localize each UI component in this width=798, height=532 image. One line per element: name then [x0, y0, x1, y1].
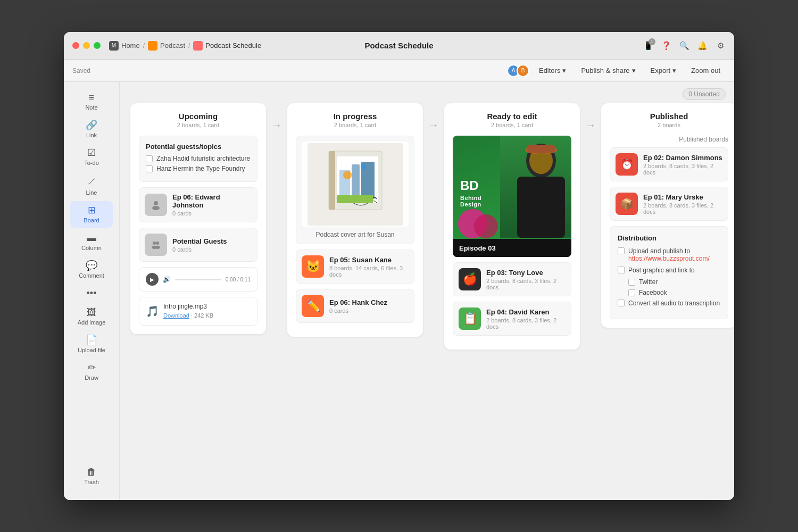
ep01-mary-icon: 📦 [616, 193, 638, 215]
podcast-icon [148, 41, 157, 51]
breadcrumb-schedule[interactable]: Podcast Schedule [193, 41, 261, 51]
zoom-out-button[interactable]: Zoom out [686, 64, 726, 77]
dist-checkbox-facebook[interactable] [628, 289, 635, 296]
editors-button[interactable]: Editors ▾ [534, 64, 571, 77]
card-ep01-mary[interactable]: 📦 Ep 01: Mary Urske 2 boards, 8 cards, 3… [610, 187, 728, 221]
breadcrumb-home[interactable]: M Home [109, 41, 140, 51]
progress-bar[interactable] [175, 279, 221, 280]
unsorted-badge[interactable]: 0 Unsorted [683, 88, 726, 100]
ep06-hank-icon: ✏️ [302, 295, 324, 317]
col-ready-title: Ready to edit [453, 112, 571, 121]
dist-checkbox-post[interactable] [618, 267, 625, 273]
file-download-link[interactable]: Download [163, 312, 189, 319]
sidebar-item-upload-file[interactable]: 📄 Upload file [70, 331, 113, 358]
sidebar-trash-label: Trash [84, 479, 99, 485]
file-music-icon: 🎵 [146, 305, 159, 318]
checklist-item-1[interactable]: Zaha Hadid futuristic architecture [146, 155, 251, 162]
dist-checkbox-upload[interactable] [618, 247, 625, 254]
card-ep06-hank[interactable]: ✏️ Ep 06: Hank Chez 0 cards [296, 289, 414, 323]
checkbox-2[interactable] [146, 165, 153, 172]
dist-checkbox-twitter[interactable] [628, 279, 635, 286]
potential-guests-ep-meta: 0 cards [172, 246, 252, 253]
close-button[interactable] [72, 42, 79, 49]
sidebar-item-todo[interactable]: ☑ To-do [70, 144, 113, 170]
add-image-icon: 🖼 [87, 307, 96, 317]
comment-icon: 💬 [86, 261, 97, 270]
toolbar-right: A B Editors ▾ Publish & share ▾ Export ▾… [507, 64, 726, 77]
time-display: 0:00 / 0:11 [226, 277, 251, 282]
card-ep06-edward[interactable]: Ep 06: Edward Johnston 0 cards [139, 187, 257, 222]
ep02-damon-info: Ep 02: Damon Simmons 2 boards, 8 cards, … [643, 154, 722, 176]
unsorted-label: 0 Unsorted [688, 90, 720, 98]
card-ep04-david[interactable]: 📋 Ep 04: David Karen 2 boards, 8 cards, … [453, 302, 571, 336]
file-card-jingle[interactable]: 🎵 Intro jingle.mp3 Download · 242 KB [139, 297, 257, 326]
publish-share-button[interactable]: Publish & share ▾ [576, 64, 641, 77]
col-published-subtitle: 2 boards [610, 122, 728, 128]
col-upcoming: Upcoming 2 boards, 1 card Potential gues… [130, 103, 266, 334]
dist-checkbox-transcription[interactable] [618, 300, 625, 306]
saved-status: Saved [72, 67, 90, 74]
card-potential-guests-ep[interactable]: Potential Guests 0 cards [139, 228, 257, 262]
checklist-item-2[interactable]: Hanz Hermin the Type Foundry [146, 165, 251, 172]
sidebar-comment-label: Comment [79, 272, 104, 279]
titlebar-right: 📱 1 ❓ 🔍 🔔 ⚙ [643, 40, 726, 51]
sidebar-item-board[interactable]: ⊞ Board [70, 201, 113, 228]
publish-share-label: Publish & share [581, 66, 629, 74]
sidebar-item-more[interactable]: ••• [70, 284, 113, 302]
breadcrumb-podcast-label: Podcast [160, 41, 185, 49]
settings-icon[interactable]: ⚙ [715, 40, 726, 51]
export-chevron-icon: ▾ [672, 66, 676, 74]
checkbox-1[interactable] [146, 155, 153, 162]
distribution-card: Distribution Upload and publish to https… [610, 226, 728, 319]
export-button[interactable]: Export ▾ [645, 64, 682, 77]
card-behind-design[interactable]: BD Behind Design Episode 03 [453, 136, 571, 257]
potential-guests-icon [145, 234, 167, 256]
cover-art-image [302, 142, 409, 227]
sidebar-todo-label: To-do [84, 160, 99, 166]
device-icon[interactable]: 📱 1 [643, 40, 653, 51]
ep05-susan-name: Ep 05: Susan Kane [329, 256, 409, 264]
device-badge: 1 [649, 38, 655, 45]
breadcrumb: M Home / Podcast / Podcast Schedule [109, 41, 261, 51]
card-ep03-tony[interactable]: 🍎 Ep 03: Tony Love 2 boards, 8 cards, 3 … [453, 262, 571, 296]
maximize-button[interactable] [94, 42, 101, 49]
sidebar: ≡ Note 🔗 Link ☑ To-do ⟋ Line ⊞ Board ▬ C… [64, 82, 120, 500]
notifications-icon[interactable]: 🔔 [697, 40, 708, 51]
avatar-group: A B [507, 64, 526, 77]
card-ep02-damon[interactable]: ⏰ Ep 02: Damon Simmons 2 boards, 8 cards… [610, 147, 728, 181]
minimize-button[interactable] [83, 42, 90, 49]
sidebar-item-draw[interactable]: ✏ Draw [70, 359, 113, 385]
draw-icon: ✏ [88, 363, 96, 372]
sidebar-item-link[interactable]: 🔗 Link [70, 116, 113, 143]
ep02-damon-icon: ⏰ [616, 153, 638, 176]
sidebar-item-line[interactable]: ⟋ Line [70, 171, 113, 200]
page-title: Podcast Schedule [364, 41, 433, 50]
card-potential-guests[interactable]: Potential guests/topics Zaha Hadid futur… [139, 136, 257, 182]
sidebar-draw-label: Draw [85, 375, 98, 381]
col-ready-subtitle: 2 boards, 1 card [453, 122, 571, 128]
search-icon[interactable]: 🔍 [679, 40, 689, 51]
help-icon[interactable]: ❓ [661, 40, 671, 51]
dist-twitter-label: Twitter [639, 278, 658, 286]
card-cover-art[interactable]: Podcast cover art for Susan [296, 136, 414, 244]
svg-rect-8 [329, 151, 335, 210]
svg-point-2 [153, 242, 156, 245]
sidebar-item-add-image[interactable]: 🖼 Add image [70, 303, 113, 330]
dist-item-upload: Upload and publish to https://www.buzzsp… [618, 247, 720, 262]
sidebar-item-trash[interactable]: 🗑 Trash [70, 463, 113, 489]
svg-point-15 [361, 164, 366, 170]
card-ep05-susan[interactable]: 🐱 Ep 05: Susan Kane 8 boards, 14 cards, … [296, 250, 414, 284]
play-button[interactable]: ▶ [146, 273, 159, 286]
col-in-progress-subtitle: 2 boards, 1 card [296, 122, 414, 128]
behind-design-bottom: Episode 03 [453, 239, 571, 257]
svg-point-3 [156, 242, 159, 245]
buzzsprout-link[interactable]: https://www.buzzsprout.com/ [628, 255, 710, 262]
svg-rect-11 [352, 164, 360, 199]
breadcrumb-podcast[interactable]: Podcast [148, 41, 185, 51]
audio-player[interactable]: ▶ 🔊 0:00 / 0:11 [139, 267, 257, 292]
ep05-susan-icon: 🐱 [302, 255, 324, 278]
sidebar-item-column[interactable]: ▬ Column [70, 229, 113, 255]
sidebar-item-comment[interactable]: 💬 Comment [70, 256, 113, 283]
sidebar-item-note[interactable]: ≡ Note [70, 88, 113, 115]
sidebar-board-label: Board [84, 217, 99, 223]
